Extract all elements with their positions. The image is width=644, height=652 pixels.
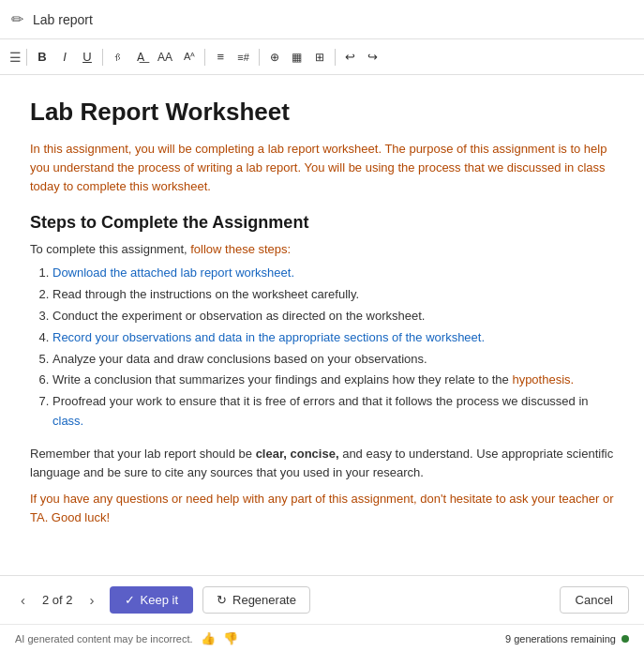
thumbs-down-icon[interactable]: 👎 bbox=[223, 631, 238, 645]
underline-button[interactable]: U bbox=[77, 46, 97, 68]
next-page-button[interactable]: › bbox=[84, 588, 100, 612]
redo-button[interactable]: ↪ bbox=[363, 46, 383, 68]
generations-remaining: 9 generations remaining bbox=[505, 633, 616, 644]
step-7: Proofread your work to ensure that it is… bbox=[52, 392, 614, 432]
prev-page-button[interactable]: ‹ bbox=[15, 588, 31, 612]
keep-icon: ✓ bbox=[125, 593, 135, 607]
menu-icon[interactable]: ☰ bbox=[9, 50, 22, 65]
steps-intro-text: To complete this assignment, follow thes… bbox=[30, 242, 614, 256]
step-4: Record your observations and data in the… bbox=[52, 328, 614, 348]
action-bar: ‹ 2 of 2 › ✓ Keep it ↻ Regenerate Cancel bbox=[0, 575, 644, 624]
footer-right: 9 generations remaining bbox=[505, 633, 629, 644]
highlight-color-button[interactable]: A͟ bbox=[130, 47, 151, 68]
footer-bar: AI generated content may be incorrect. 👍… bbox=[0, 624, 644, 652]
steps-list: Download the attached lab report workshe… bbox=[52, 264, 614, 431]
image-button[interactable]: ▦ bbox=[287, 47, 307, 68]
font-format-button[interactable]: Aᴬ bbox=[179, 47, 200, 67]
keep-button[interactable]: ✓ Keep it bbox=[110, 586, 193, 614]
step-6: Write a conclusion that summarizes your … bbox=[52, 371, 614, 390]
status-dot bbox=[622, 635, 629, 643]
bullet-list-button[interactable]: ≡ bbox=[210, 46, 231, 68]
edit-icon[interactable]: ✏ bbox=[11, 10, 23, 28]
font-size-large-button[interactable]: AA bbox=[153, 47, 177, 68]
table-button[interactable]: ⊞ bbox=[309, 47, 330, 68]
steps-heading: Steps to Complete the Assignment bbox=[30, 213, 614, 233]
step-1: Download the attached lab report workshe… bbox=[52, 264, 614, 283]
intro-paragraph: In this assignment, you will be completi… bbox=[30, 140, 614, 196]
footer-left: AI generated content may be incorrect. 👍… bbox=[15, 631, 238, 645]
step-2: Read through the instructions on the wor… bbox=[52, 285, 614, 305]
formatting-toolbar: ☰ B I U ꟗ A͟ AA Aᴬ ≡ ≡# ⊕ ▦ ⊞ ↩ ↪ bbox=[0, 39, 644, 75]
strikethrough-button[interactable]: ꟗ bbox=[108, 48, 128, 67]
separator-5 bbox=[335, 49, 336, 66]
step-5: Analyze your data and draw conclusions b… bbox=[52, 350, 614, 370]
title-bar: ✏ Lab report bbox=[0, 0, 644, 39]
step-3: Conduct the experiment or observation as… bbox=[52, 307, 614, 326]
separator-1 bbox=[26, 49, 27, 66]
italic-button[interactable]: I bbox=[54, 46, 75, 68]
cancel-button[interactable]: Cancel bbox=[560, 586, 629, 614]
regenerate-label: Regenerate bbox=[232, 593, 296, 607]
document-title-label: Lab report bbox=[33, 12, 93, 27]
numbered-list-button[interactable]: ≡# bbox=[232, 48, 254, 67]
separator-2 bbox=[102, 49, 103, 66]
page-indicator: 2 of 2 bbox=[42, 593, 73, 607]
keep-label: Keep it bbox=[141, 593, 178, 607]
closing-paragraph: If you have any questions or need help w… bbox=[30, 490, 614, 527]
regenerate-button[interactable]: ↻ Regenerate bbox=[202, 586, 310, 614]
document-heading: Lab Report Worksheet bbox=[30, 98, 614, 127]
summary-paragraph: Remember that your lab report should be … bbox=[30, 445, 614, 482]
document-content: Lab Report Worksheet In this assignment,… bbox=[0, 75, 644, 575]
thumbs-up-icon[interactable]: 👍 bbox=[201, 631, 216, 645]
separator-3 bbox=[204, 49, 205, 66]
undo-button[interactable]: ↩ bbox=[340, 46, 361, 68]
link-button[interactable]: ⊕ bbox=[264, 47, 285, 68]
separator-4 bbox=[259, 49, 260, 66]
regenerate-icon: ↻ bbox=[217, 593, 227, 607]
bold-button[interactable]: B bbox=[32, 46, 52, 68]
ai-disclaimer: AI generated content may be incorrect. bbox=[15, 633, 193, 644]
